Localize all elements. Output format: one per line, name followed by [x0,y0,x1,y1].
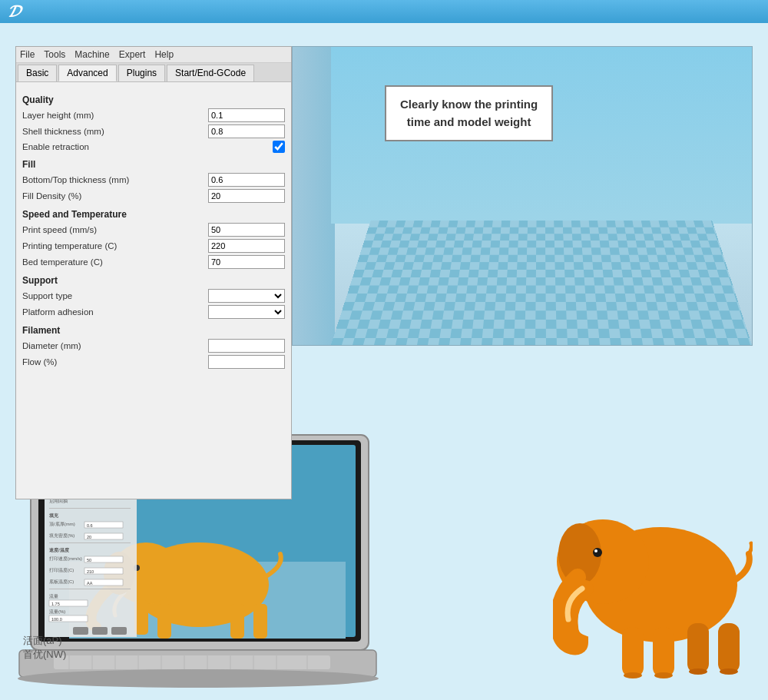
wall-left [293,47,335,346]
row-fill-density: Fill Density (%) [22,189,285,203]
svg-rect-7 [157,604,171,639]
svg-text:流量: 流量 [49,593,58,599]
svg-point-72 [594,549,598,552]
label-shell-thickness: Shell thickness (mm) [22,127,208,136]
svg-rect-52 [111,627,127,635]
input-printing-temp[interactable] [208,239,285,253]
svg-rect-43 [49,589,131,589]
tab-advanced[interactable]: Advanced [58,65,116,81]
tab-start-end-gcode[interactable]: Start/End-GCode [167,65,254,81]
menu-bar: File Tools Machine Expert Help [16,47,291,63]
floor-checkerboard [331,221,752,345]
elephant-large [553,462,753,685]
main-content: File Tools Machine Expert Help Basic Adv… [0,23,768,700]
row-shell-thickness: Shell thickness (mm) [22,124,285,138]
svg-rect-8 [230,604,244,639]
svg-rect-32 [49,542,131,543]
section-fill-title: Fill [22,159,285,170]
svg-point-71 [593,548,602,557]
tab-bar: Basic Advanced Plugins Start/End-GCode [16,63,291,82]
label-print-speed: Print speed (mm/s) [22,225,208,234]
svg-point-79 [689,668,707,675]
bottom-label-1: 活面(aP) [23,634,66,648]
label-bottom-top-thickness: Bottom/Top thickness (mm) [22,175,208,184]
svg-point-67 [18,669,379,688]
viewport-3d: 🖨 💾 YM Clearly know the printing time an… [292,46,753,346]
info-box: Clearly know the printing time and model… [385,85,553,141]
svg-point-80 [720,668,738,675]
menu-help[interactable]: Help [154,49,174,60]
svg-rect-24 [49,508,131,509]
svg-text:0.6: 0.6 [87,523,93,528]
section-support-title: Support [22,275,285,286]
svg-text:流量(%): 流量(%) [49,609,65,614]
input-bed-temp[interactable] [208,255,285,269]
checkbox-enable-retraction[interactable] [273,141,285,153]
section-filament-title: Filament [22,325,285,336]
svg-text:210: 210 [87,569,94,574]
row-bottom-top-thickness: Bottom/Top thickness (mm) [22,173,285,187]
svg-text:AA: AA [87,581,93,586]
svg-rect-51 [92,627,108,635]
row-support-type: Support type None Touching buildplate Ev… [22,289,285,303]
label-enable-retraction: Enable retraction [22,142,273,151]
svg-rect-74 [653,627,674,677]
svg-text:50: 50 [87,558,91,562]
input-fill-density[interactable] [208,189,285,203]
svg-point-77 [624,672,642,678]
svg-text:速度/温度: 速度/温度 [49,547,70,552]
label-platform-adhesion: Platform adhesion [22,307,208,317]
row-print-speed: Print speed (mm/s) [22,223,285,237]
svg-text:1.75: 1.75 [51,602,60,606]
row-diameter: Diameter (mm) [22,339,285,353]
input-diameter[interactable] [208,339,285,353]
bottom-label-2: 首优(NW) [23,648,66,662]
input-layer-height[interactable] [208,108,285,122]
select-platform-adhesion[interactable]: None Brim Raft [208,305,285,319]
row-printing-temp: Printing temperature (C) [22,239,285,253]
top-header-bar: 𝓓 [0,0,768,23]
svg-rect-50 [73,627,88,635]
label-printing-temp: Printing temperature (C) [22,241,208,250]
info-line1: Clearly know the printing [400,98,538,111]
svg-rect-54 [54,655,330,669]
tab-plugins[interactable]: Plugins [118,65,165,81]
svg-rect-73 [622,627,644,677]
logo: 𝓓 [8,2,19,22]
svg-text:底板温度(C): 底板温度(C) [49,579,74,584]
svg-point-78 [654,672,673,678]
row-bed-temp: Bed temperature (C) [22,255,285,269]
svg-text:打印速度(mm/s): 打印速度(mm/s) [48,556,82,561]
settings-panel: Quality Layer height (mm) Shell thicknes… [16,82,291,492]
input-bottom-top-thickness[interactable] [208,173,285,187]
row-platform-adhesion: Platform adhesion None Brim Raft [22,305,285,319]
menu-machine[interactable]: Machine [74,49,109,60]
svg-rect-9 [253,604,267,639]
select-support-type[interactable]: None Touching buildplate Everywhere [208,289,285,303]
row-enable-retraction: Enable retraction [22,141,285,153]
svg-text:填充: 填充 [48,513,59,518]
menu-tools[interactable]: Tools [44,49,65,60]
label-bed-temp: Bed temperature (C) [22,257,208,267]
svg-text:打印温度(C): 打印温度(C) [48,567,74,572]
label-diameter: Diameter (mm) [22,341,208,350]
svg-text:100.0: 100.0 [51,617,62,622]
section-speed-temp-title: Speed and Temperature [22,209,285,220]
row-flow: Flow (%) [22,355,285,369]
svg-rect-75 [687,623,709,673]
input-shell-thickness[interactable] [208,124,285,138]
label-flow: Flow (%) [22,357,208,367]
menu-file[interactable]: File [20,49,35,60]
svg-text:顶/底厚(mm): 顶/底厚(mm) [49,521,75,526]
input-print-speed[interactable] [208,223,285,237]
tab-basic[interactable]: Basic [18,65,57,81]
info-line2: time and model weight [407,115,531,128]
elephant-large-svg [553,462,753,685]
bottom-labels: 活面(aP) 首优(NW) [23,634,66,662]
input-flow[interactable] [208,355,285,369]
svg-text:填充密度(%): 填充密度(%) [48,532,74,538]
software-window: File Tools Machine Expert Help Basic Adv… [15,46,292,499]
menu-expert[interactable]: Expert [119,49,146,60]
label-fill-density: Fill Density (%) [22,191,208,201]
label-support-type: Support type [22,291,208,300]
